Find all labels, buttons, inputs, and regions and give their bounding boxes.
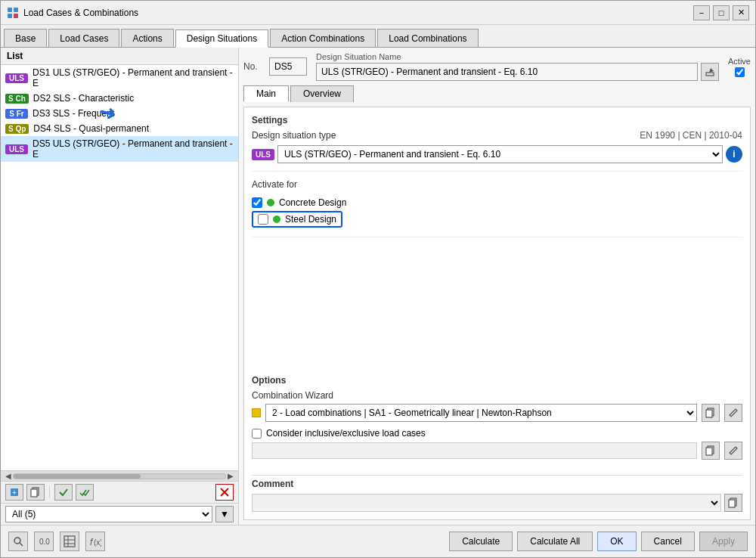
design-type-tag: ULS	[252, 149, 274, 160]
svg-rect-12	[706, 410, 712, 417]
tab-actions[interactable]: Actions	[121, 29, 173, 47]
tab-bar: Base Load Cases Actions Design Situation…	[1, 25, 755, 48]
tab-load-cases[interactable]: Load Cases	[48, 29, 119, 47]
concrete-design-label: Concrete Design	[279, 197, 346, 208]
sub-tab-main[interactable]: Main	[243, 85, 289, 102]
list-item-label: DS4 SLS - Quasi-permanent	[33, 123, 149, 134]
list-item[interactable]: S Qp DS4 SLS - Quasi-permanent	[1, 121, 238, 136]
inclusive-checkbox[interactable]	[252, 429, 262, 439]
active-field: Active	[728, 57, 751, 77]
list-item-selected[interactable]: ULS DS5 ULS (STR/GEO) - Permanent and tr…	[1, 136, 238, 162]
svg-line-18	[20, 543, 23, 546]
horizontal-scrollbar[interactable]: ◀ ▶	[1, 470, 238, 481]
copy-button[interactable]	[26, 484, 45, 501]
svg-rect-10	[706, 73, 714, 76]
filter-dropdown-button[interactable]: ▼	[215, 506, 234, 522]
comment-section: Comment	[252, 472, 742, 512]
comment-title: Comment	[252, 479, 742, 489]
tag-uls: ULS	[5, 73, 28, 83]
check-button[interactable]	[54, 484, 73, 501]
steel-design-highlight: Steel Design	[252, 211, 342, 228]
list-items: ULS DS1 ULS (STR/GEO) - Permanent and tr…	[1, 65, 238, 470]
sub-tab-overview[interactable]: Overview	[290, 85, 354, 102]
info-button[interactable]: i	[726, 146, 742, 163]
name-input[interactable]	[316, 63, 698, 81]
activate-item-concrete: Concrete Design	[252, 196, 742, 209]
right-header: No. Design Situation Name Active	[243, 52, 751, 81]
inclusive-label: Consider inclusive/exclusive load cases	[266, 428, 426, 439]
no-label: No.	[243, 61, 265, 72]
combo-wizard-edit-button[interactable]	[724, 404, 742, 422]
delete-button[interactable]	[215, 484, 234, 501]
list-item[interactable]: ULS DS1 ULS (STR/GEO) - Permanent and tr…	[1, 65, 238, 91]
maximize-button[interactable]: □	[713, 5, 730, 20]
filter-bar: All (5) ▼	[1, 503, 238, 525]
scroll-right-arrow[interactable]: ▶	[226, 472, 235, 480]
tag-sqp: S Qp	[5, 124, 29, 134]
apply-button[interactable]: Apply	[699, 532, 748, 551]
no-field: No.	[243, 57, 307, 76]
search-button[interactable]	[8, 532, 28, 551]
steel-dot	[273, 215, 280, 223]
bottom-bar: 0.00 f(x) Calculate Calculate All OK Can…	[1, 525, 755, 557]
table-button[interactable]	[60, 532, 79, 551]
list-item[interactable]: S Fr DS3 SLS - Frequent	[1, 106, 238, 121]
design-type-row: Design situation type EN 1990 | CEN | 20…	[252, 130, 742, 141]
value-button[interactable]: 0.00	[34, 532, 54, 551]
filter-select[interactable]: All (5)	[5, 506, 212, 522]
active-label: Active	[728, 57, 751, 66]
scroll-left-arrow[interactable]: ◀	[4, 472, 13, 480]
cancel-button[interactable]: Cancel	[641, 532, 695, 551]
active-checkbox[interactable]	[735, 67, 745, 77]
inclusive-edit-button[interactable]	[724, 442, 742, 460]
main-window: Load Cases & Combinations − □ ✕ Base Loa…	[0, 0, 756, 558]
svg-rect-2	[8, 14, 12, 18]
list-header: List	[1, 48, 238, 65]
combo-wizard-select[interactable]: 2 - Load combinations | SA1 - Geometrica…	[265, 404, 697, 422]
tab-load-combinations[interactable]: Load Combinations	[377, 29, 478, 47]
inclusive-copy-button[interactable]	[702, 442, 720, 460]
comment-select[interactable]	[252, 494, 721, 512]
steel-design-label: Steel Design	[285, 214, 336, 225]
main-content: List ULS DS1 ULS (STR/GEO) - Permanent a…	[1, 48, 755, 525]
tab-base[interactable]: Base	[4, 29, 47, 47]
svg-rect-7	[31, 489, 37, 497]
minimize-button[interactable]: −	[693, 5, 710, 20]
concrete-design-checkbox[interactable]	[252, 197, 262, 208]
inclusive-input[interactable]	[252, 442, 697, 459]
comment-copy-button[interactable]	[724, 494, 742, 512]
edit-name-button[interactable]	[701, 63, 719, 81]
steel-design-checkbox[interactable]	[258, 214, 268, 225]
combo-wizard-copy-button[interactable]	[702, 404, 720, 422]
tab-action-combinations[interactable]: Action Combinations	[270, 29, 376, 47]
spacer	[252, 245, 742, 363]
formula-button[interactable]: f(x)	[85, 532, 105, 551]
scroll-track[interactable]	[13, 473, 226, 479]
add-item-button[interactable]: +	[5, 484, 23, 501]
window-icon	[7, 7, 19, 19]
name-input-container	[316, 63, 719, 81]
list-item-label: DS2 SLS - Characteristic	[33, 93, 134, 104]
design-type-select[interactable]: ULS (STR/GEO) - Permanent and transient …	[277, 145, 723, 163]
activate-item-steel: Steel Design	[252, 209, 742, 229]
yellow-dot	[252, 408, 261, 417]
toolbar-divider	[49, 486, 50, 498]
ok-button[interactable]: OK	[597, 532, 636, 551]
tag-uls: ULS	[5, 144, 28, 154]
calculate-all-button[interactable]: Calculate All	[517, 532, 593, 551]
list-item[interactable]: S Ch DS2 SLS - Characteristic	[1, 91, 238, 106]
check-all-button[interactable]	[76, 484, 94, 501]
close-button[interactable]: ✕	[733, 5, 749, 20]
combo-wizard-row: 2 - Load combinations | SA1 - Geometrica…	[252, 404, 742, 422]
no-input[interactable]	[269, 57, 307, 76]
calculate-button[interactable]: Calculate	[449, 532, 513, 551]
combination-wizard-label: Combination Wizard	[252, 390, 742, 401]
tab-design-situations[interactable]: Design Situations	[175, 29, 268, 48]
svg-rect-1	[14, 8, 18, 12]
svg-rect-0	[8, 8, 12, 12]
svg-rect-3	[14, 14, 18, 18]
activate-for-title: Activate for	[252, 179, 742, 190]
svg-rect-16	[729, 500, 735, 507]
settings-section: Settings Design situation type EN 1990 |…	[252, 115, 742, 172]
svg-text:(x): (x)	[94, 538, 101, 547]
